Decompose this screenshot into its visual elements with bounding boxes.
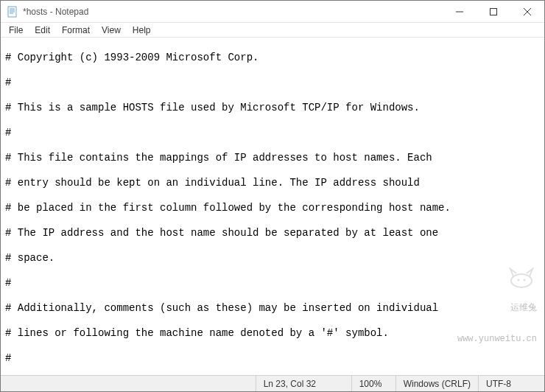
line: # This is a sample HOSTS file used by Mi… xyxy=(5,102,540,114)
maximize-button[interactable] xyxy=(477,1,510,22)
line: # Additionally, comments (such as these)… xyxy=(5,302,540,315)
close-button[interactable] xyxy=(510,1,544,22)
line: # xyxy=(5,352,540,365)
line: # space. xyxy=(5,252,540,265)
line: # xyxy=(5,77,540,89)
statusbar: Ln 23, Col 32 100% Windows (CRLF) UTF-8 xyxy=(1,375,544,391)
menu-file[interactable]: File xyxy=(4,24,28,36)
status-spacer xyxy=(1,376,256,391)
line: # xyxy=(5,277,540,290)
status-eol: Windows (CRLF) xyxy=(395,376,478,391)
line: # This file contains the mappings of IP … xyxy=(5,152,540,164)
text-editor[interactable]: # Copyright (c) 1993-2009 Microsoft Corp… xyxy=(1,38,544,375)
menu-view[interactable]: View xyxy=(96,24,126,36)
menu-help[interactable]: Help xyxy=(127,24,156,36)
minimize-button[interactable] xyxy=(443,1,477,22)
menu-format[interactable]: Format xyxy=(57,24,95,36)
window-controls xyxy=(443,1,544,22)
menubar: File Edit Format View Help xyxy=(1,23,544,38)
menu-edit[interactable]: Edit xyxy=(29,24,55,36)
status-encoding: UTF-8 xyxy=(478,376,544,391)
status-zoom: 100% xyxy=(351,376,395,391)
line: # xyxy=(5,127,540,139)
notepad-icon xyxy=(7,6,18,18)
titlebar: *hosts - Notepad xyxy=(1,1,544,23)
window-title: *hosts - Notepad xyxy=(23,7,443,17)
line: # Copyright (c) 1993-2009 Microsoft Corp… xyxy=(5,52,540,64)
svg-rect-6 xyxy=(490,8,497,15)
line: # entry should be kept on an individual … xyxy=(5,177,540,189)
line: # be placed in the first column followed… xyxy=(5,202,540,214)
status-position: Ln 23, Col 32 xyxy=(256,376,351,391)
line: # lines or following the machine name de… xyxy=(5,327,540,340)
line: # The IP address and the host name shoul… xyxy=(5,227,540,239)
